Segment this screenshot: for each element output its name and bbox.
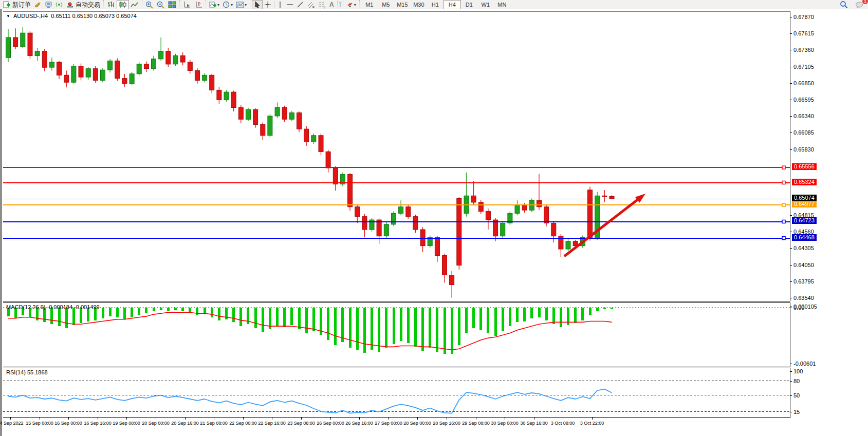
template-icon <box>236 2 244 8</box>
line-chart-button[interactable] <box>129 1 140 9</box>
timeframe-w1[interactable]: W1 <box>477 1 494 9</box>
price-tick: 0.64305 <box>790 245 814 251</box>
time-tick <box>126 418 127 420</box>
time-label: 30 Sep 00:00 <box>491 421 519 426</box>
toolbar: 新订单 自动交易 ▾ ▾ ▾ E F A T ▾ <box>0 0 868 10</box>
zoom-out-button[interactable] <box>155 1 167 9</box>
time-label: 26 Sep 00:00 <box>317 421 344 426</box>
vertical-line-button[interactable] <box>275 1 285 9</box>
time-tick <box>476 418 476 420</box>
time-tick <box>563 418 563 420</box>
time-tick <box>272 418 272 420</box>
time-label: 3 Oct 22:00 <box>580 421 604 426</box>
search-icon <box>840 1 848 9</box>
price-tick: 0.66850 <box>790 80 814 86</box>
crosshair-button[interactable] <box>263 1 273 9</box>
price-tick: 0.65830 <box>790 146 814 153</box>
time-label: 15 Sep 08:00 <box>26 421 53 426</box>
search-button[interactable] <box>838 1 849 9</box>
time-label: 3 Oct 08:00 <box>551 421 575 426</box>
autotrade-button[interactable]: 自动交易 <box>65 1 102 9</box>
time-tick <box>68 418 69 420</box>
horn-icon <box>34 1 42 8</box>
periods-button[interactable]: ▾ <box>221 1 234 9</box>
time-tick <box>214 418 214 420</box>
text-label-button[interactable]: T <box>336 1 345 9</box>
candlestick-chart-button[interactable] <box>117 0 129 9</box>
indicators-button[interactable]: ▾ <box>208 1 221 9</box>
toolbar-group-trade: 新订单 自动交易 <box>0 0 103 9</box>
channel-glyph: E <box>312 6 315 9</box>
text-button[interactable]: A <box>328 1 336 9</box>
time-tick <box>534 418 534 420</box>
arrows-icon <box>346 1 354 8</box>
rsi-level-label: 80 <box>790 378 800 384</box>
text-label-icon: T <box>337 2 343 8</box>
time-tick <box>417 418 418 420</box>
arrows-button[interactable]: ▾ <box>345 1 358 9</box>
signals-button[interactable] <box>54 1 65 9</box>
time-label: 23 Sep 08:00 <box>287 421 315 426</box>
timeframe-mn[interactable]: MN <box>494 1 510 9</box>
price-axis[interactable]: 0.678700.676150.673600.671050.668500.665… <box>790 11 868 428</box>
candlestick-chart[interactable] <box>3 12 790 301</box>
fibonacci-glyph: F <box>324 6 326 9</box>
timeframe-m30[interactable]: M30 <box>411 1 427 9</box>
rsi-pane[interactable]: RSI(14) 55.1868 <box>3 368 790 418</box>
horizontal-line-button[interactable] <box>285 1 295 9</box>
new-order-button[interactable]: 新订单 <box>2 1 32 9</box>
templates-button[interactable]: ▾ <box>234 1 248 9</box>
timeframe-m15[interactable]: M15 <box>394 1 411 9</box>
time-tick <box>185 418 186 420</box>
tile-windows-button[interactable] <box>167 1 178 9</box>
candlestick-chart-icon <box>119 1 127 8</box>
macd-pane[interactable]: MACD(12,26,9) -0.000184 -0.001499 <box>3 302 790 367</box>
auto-scroll-button[interactable] <box>181 1 193 9</box>
price-tick: 0.67105 <box>790 64 814 70</box>
alerts-button[interactable] <box>32 1 43 9</box>
chart-symbol-header: ▼AUDUSD-,H4 0.65111 0.65130 0.65073 0.65… <box>6 13 137 19</box>
rsi-level-label: 100 <box>790 368 803 374</box>
macd-zero-label: 0.00 <box>790 305 804 311</box>
time-label: 28 Sep 00:00 <box>403 421 431 426</box>
fibonacci-icon: F <box>318 1 326 9</box>
time-tick <box>389 418 389 420</box>
price-pane[interactable]: ▼AUDUSD-,H4 0.65111 0.65130 0.65073 0.65… <box>3 11 790 301</box>
timeframe-d1[interactable]: D1 <box>461 1 477 9</box>
cursor-button[interactable] <box>252 0 263 9</box>
time-tick <box>505 418 505 420</box>
clock-icon <box>223 1 230 9</box>
macd-min-label: -0.00601 <box>790 361 816 367</box>
chart-shift-button[interactable] <box>193 1 204 9</box>
timeframe-m1[interactable]: M1 <box>361 1 378 9</box>
price-line-badge: 0.64977 <box>792 201 817 207</box>
zoom-in-button[interactable] <box>144 1 155 9</box>
time-label: 14 Sep 2022 <box>0 421 24 426</box>
time-label: 30 Sep 16:00 <box>520 421 548 426</box>
time-axis[interactable]: 14 Sep 202215 Sep 08:0016 Sep 00:0016 Se… <box>3 417 790 430</box>
chart-window: ▼AUDUSD-,H4 0.65111 0.65130 0.65073 0.65… <box>0 9 868 436</box>
trendline-button[interactable] <box>295 1 305 9</box>
bar-chart-icon <box>107 1 115 8</box>
price-tick: 0.63795 <box>790 278 814 285</box>
price-tick: 0.63540 <box>790 295 814 301</box>
fibonacci-button[interactable]: F <box>317 1 328 9</box>
auto-scroll-icon <box>183 1 191 8</box>
price-tick: 0.66595 <box>790 97 814 103</box>
timeframe-h4[interactable]: H4 <box>444 0 461 9</box>
notification-badge: 1 <box>862 0 868 4</box>
symbol-dropdown-icon[interactable]: ▼ <box>6 14 10 18</box>
publish-button[interactable] <box>43 1 54 9</box>
timeframe-h1[interactable]: H1 <box>427 1 444 9</box>
time-label: 16 Sep 16:00 <box>84 421 112 426</box>
time-label: 22 Sep 00:00 <box>229 421 257 426</box>
chat-button[interactable]: 1 <box>854 1 865 9</box>
time-label: 26 Sep 16:00 <box>345 421 373 426</box>
bar-chart-button[interactable] <box>105 1 117 9</box>
chart-shift-icon <box>194 1 202 8</box>
time-tick <box>592 418 593 420</box>
autotrade-label: 自动交易 <box>76 1 100 9</box>
channel-button[interactable]: E <box>305 1 317 9</box>
timeframe-m5[interactable]: M5 <box>378 1 394 9</box>
crosshair-icon <box>264 1 271 8</box>
